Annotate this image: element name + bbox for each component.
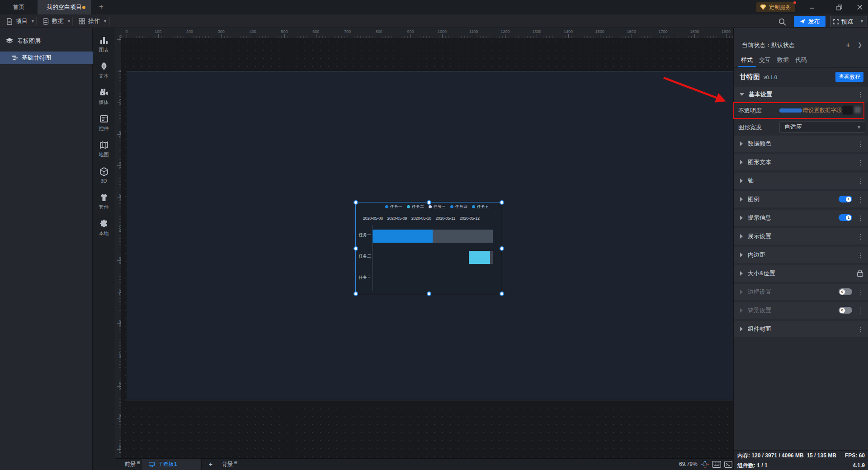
kebab-menu-icon[interactable]: ⋮ [857, 307, 864, 314]
inspector-tab-数据[interactable]: 数据 [777, 53, 789, 67]
section-row-0[interactable]: 数据颜色⋮ [734, 136, 868, 152]
chevron-right-icon[interactable]: ❯ [858, 42, 862, 48]
kebab-menu-icon[interactable]: ⋮ [857, 91, 864, 98]
resize-handle-n[interactable] [427, 200, 431, 205]
toolbar-divider [36, 17, 37, 25]
resize-handle-s[interactable] [427, 291, 431, 296]
tab-home[interactable]: 首页 [0, 0, 38, 14]
restore-button[interactable] [831, 0, 847, 14]
canvas-body[interactable]: 任务一任务二任务三任务四任务五 2020-05-082020-05-092020… [121, 38, 733, 458]
section-row-9[interactable]: 背景设置0⋮ [734, 302, 868, 319]
custom-service-badge[interactable]: 定制服务 [756, 2, 795, 12]
component-category-媒体[interactable]: 媒体 [93, 85, 115, 108]
new-tab-button[interactable]: + [96, 0, 107, 14]
section-toggle[interactable]: 1 [839, 196, 852, 202]
close-button[interactable] [852, 0, 868, 14]
section-row-5[interactable]: 展示设置⋮ [734, 228, 868, 244]
section-basic-settings[interactable]: 基本设置 ⋮ [734, 87, 868, 102]
opacity-label: 不透明度 [738, 107, 762, 115]
section-toggle[interactable]: 0 [839, 288, 852, 295]
add-foreground-board-icon[interactable]: ⊕ [137, 460, 140, 465]
add-state-icon[interactable]: + [846, 41, 850, 50]
kebab-menu-icon[interactable]: ⋮ [857, 326, 864, 333]
background-group[interactable]: 背景 ⊕ [218, 459, 241, 470]
section-row-10[interactable]: 组件封面⋮ [734, 321, 868, 337]
kebab-menu-icon[interactable]: ⋮ [857, 141, 864, 147]
section-toggle[interactable]: 0 [839, 307, 852, 314]
caret-down-icon [740, 93, 744, 96]
app-version: 4.1.9 [853, 461, 865, 470]
canvas-area[interactable]: 0100200300400500600700800900100011001200… [115, 28, 733, 458]
view-tutorial-button[interactable]: 查看教程 [835, 72, 863, 82]
component-category-label: 控件 [99, 125, 109, 132]
kebab-menu-icon[interactable]: ⋮ [857, 252, 864, 258]
resize-handle-sw[interactable] [354, 291, 358, 296]
layer-item-label: 基础甘特图 [22, 54, 51, 62]
kebab-menu-icon[interactable]: ⋮ [857, 196, 864, 203]
preview-button[interactable]: 预览 ▼ [830, 16, 867, 27]
fit-to-screen-button[interactable] [700, 460, 710, 469]
caret-right-icon [740, 308, 743, 313]
minimize-button[interactable] [804, 0, 820, 14]
component-category-label: 套件 [99, 204, 109, 211]
opacity-slider[interactable] [779, 108, 802, 113]
component-category-套件[interactable]: 套件 [93, 190, 115, 213]
tab-current-project[interactable]: 我的空白项目 [38, 0, 91, 14]
opacity-value-field[interactable] [842, 106, 853, 115]
zoom-level[interactable]: 69.79% [679, 459, 698, 470]
section-row-3[interactable]: 图例1⋮ [734, 191, 868, 207]
ruler-label: 600 [312, 29, 319, 34]
resize-handle-ne[interactable] [500, 200, 504, 205]
component-category-文本[interactable]: 文本 [93, 59, 115, 82]
chevron-down-icon[interactable]: ▼ [857, 18, 864, 25]
inspector-tab-交互[interactable]: 交互 [759, 53, 771, 67]
resize-handle-nw[interactable] [354, 200, 358, 205]
section-row-4[interactable]: 提示信息1⋮ [734, 210, 868, 226]
layer-item-gantt[interactable]: 基础甘特图 [0, 52, 93, 64]
section-row-8[interactable]: 边框设置0⋮ [734, 284, 868, 300]
resize-handle-w[interactable] [354, 246, 358, 251]
console-button[interactable] [723, 460, 733, 469]
section-row-6[interactable]: 内边距⋮ [734, 247, 868, 263]
kebab-menu-icon[interactable]: ⋮ [857, 233, 864, 240]
section-row-2[interactable]: 轴⋮ [734, 173, 868, 189]
component-category-地图[interactable]: 地图 [93, 137, 115, 161]
graphic-width-select[interactable]: 自适应 ▼ [779, 121, 865, 133]
selection-frame[interactable] [355, 202, 502, 294]
layers-icon [6, 38, 13, 44]
opacity-tooltip: 请设置数据字段 [802, 107, 842, 114]
layers-panel: 看板图层 基础甘特图 [0, 28, 93, 470]
menu-data[interactable]: 数据▼ [42, 14, 71, 28]
component-category-控件[interactable]: 控件 [93, 111, 115, 135]
inspector-tab-代码[interactable]: 代码 [795, 53, 807, 67]
section-toggle[interactable]: 1 [839, 214, 852, 221]
resize-handle-se[interactable] [500, 291, 504, 296]
board-tab-active[interactable]: 子看板1 [141, 459, 202, 470]
fps-stat: FPS: 60 [845, 451, 865, 461]
section-row-1[interactable]: 图形文本⋮ [734, 154, 868, 170]
add-background-board-icon[interactable]: ⊕ [234, 460, 237, 465]
component-category-图表[interactable]: 图表 [93, 33, 115, 56]
kebab-menu-icon[interactable]: ⋮ [857, 215, 864, 221]
kebab-menu-icon[interactable]: ⋮ [857, 159, 864, 166]
ruler-label: 1300 [532, 29, 541, 34]
add-board-button[interactable]: + [204, 459, 217, 470]
search-button[interactable] [777, 16, 788, 27]
kebab-menu-icon[interactable]: ⋮ [857, 178, 864, 184]
inspector-tab-样式[interactable]: 样式 [741, 53, 753, 67]
kebab-menu-icon[interactable]: ⋮ [857, 289, 864, 296]
lock-icon[interactable] [857, 269, 863, 277]
foreground-group[interactable]: 前景 ⊕ [121, 459, 144, 470]
resize-handle-e[interactable] [500, 246, 504, 251]
shortcut-keys-button[interactable] [712, 460, 722, 469]
menu-project[interactable]: 项目▼ [6, 14, 35, 28]
fit-to-screen-icon [701, 461, 709, 468]
publish-button[interactable]: 发布 [794, 16, 826, 27]
component-category-本地[interactable]: 本地 [93, 216, 115, 240]
horizontal-ruler: 0100200300400500600700800900100011001200… [115, 28, 733, 38]
section-label: 展示设置 [748, 232, 771, 240]
menu-actions[interactable]: 操作▼ [79, 14, 107, 28]
section-label: 图例 [748, 195, 760, 203]
component-category-3D[interactable]: 3D [93, 164, 115, 187]
section-row-7[interactable]: 大小&位置 [734, 265, 868, 282]
